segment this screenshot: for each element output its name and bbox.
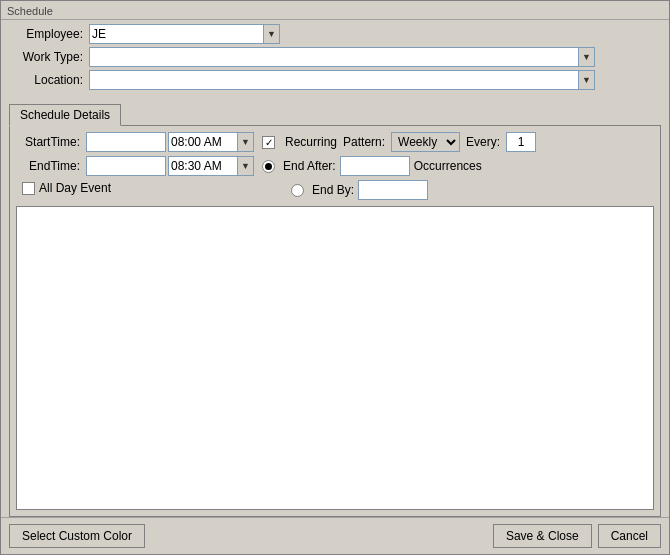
endtime-ampm-wrapper: ▼ [168,156,254,176]
window-title: Schedule [7,5,53,17]
recurring-label: Recurring [285,135,337,149]
cancel-button[interactable]: Cancel [598,524,661,548]
endtime-ampm-dropdown-btn[interactable]: ▼ [238,156,254,176]
worktype-dropdown-btn[interactable]: ▼ [579,47,595,67]
allday-endby-row: All Day Event End By: [16,180,654,200]
notes-textarea[interactable] [17,207,653,509]
pattern-dropdown-wrapper: Weekly Daily Monthly Yearly [391,132,460,152]
tab-container: Schedule Details StartTime: ▼ Recurring … [9,103,661,517]
tab-schedule-details[interactable]: Schedule Details [9,104,121,126]
tab-schedule-details-label: Schedule Details [20,108,110,122]
end-by-section: End By: [291,180,428,200]
notes-area [16,206,654,510]
all-day-label: All Day Event [39,181,111,195]
tab-header: Schedule Details [9,103,661,125]
end-by-radio[interactable] [291,184,304,197]
schedule-window: Schedule Employee: ▼ Work Type: ▼ Locati… [0,0,670,555]
footer-left: Select Custom Color [9,524,145,548]
worktype-input[interactable] [89,47,579,67]
worktype-row: Work Type: ▼ [9,47,661,67]
location-input[interactable] [89,70,579,90]
endtime-date-input[interactable] [86,156,166,176]
employee-dropdown-btn[interactable]: ▼ [264,24,280,44]
end-after-label: End After: [283,159,336,173]
employee-dropdown-wrapper: ▼ [89,24,280,44]
location-dropdown-wrapper: ▼ [89,70,595,90]
select-custom-color-button[interactable]: Select Custom Color [9,524,145,548]
end-after-input[interactable] [340,156,410,176]
worktype-label: Work Type: [9,50,89,64]
starttime-date-input[interactable] [86,132,166,152]
every-input[interactable] [506,132,536,152]
every-label: Every: [466,135,500,149]
pattern-select[interactable]: Weekly Daily Monthly Yearly [391,132,460,152]
starttime-ampm-wrapper: ▼ [168,132,254,152]
window-header: Schedule [1,1,669,20]
starttime-row: StartTime: ▼ Recurring Pattern: Weekly D… [16,132,654,152]
tab-content-schedule-details: StartTime: ▼ Recurring Pattern: Weekly D… [9,125,661,517]
pattern-label: Pattern: [343,135,385,149]
save-close-button[interactable]: Save & Close [493,524,592,548]
all-day-checkbox[interactable] [22,182,35,195]
worktype-dropdown-wrapper: ▼ [89,47,595,67]
endtime-label: EndTime: [16,159,86,173]
all-day-row: All Day Event [22,181,111,195]
employee-label: Employee: [9,27,89,41]
endtime-ampm-input[interactable] [168,156,238,176]
employee-input[interactable] [89,24,264,44]
end-by-input[interactable] [358,180,428,200]
footer-right: Save & Close Cancel [493,524,661,548]
endtime-row: EndTime: ▼ End After: Occurrences [16,156,654,176]
end-after-radio[interactable] [262,160,275,173]
location-dropdown-btn[interactable]: ▼ [579,70,595,90]
starttime-ampm-input[interactable] [168,132,238,152]
location-row: Location: ▼ [9,70,661,90]
employee-row: Employee: ▼ [9,24,661,44]
location-label: Location: [9,73,89,87]
recurring-checkbox[interactable] [262,136,275,149]
starttime-label: StartTime: [16,135,86,149]
recurring-section: Recurring Pattern: Weekly Daily Monthly … [262,132,536,152]
starttime-ampm-dropdown-btn[interactable]: ▼ [238,132,254,152]
end-after-section: End After: Occurrences [262,156,482,176]
footer: Select Custom Color Save & Close Cancel [1,517,669,554]
form-section: Employee: ▼ Work Type: ▼ Location: ▼ [1,20,669,99]
occurrences-label: Occurrences [414,159,482,173]
end-by-label: End By: [312,183,354,197]
